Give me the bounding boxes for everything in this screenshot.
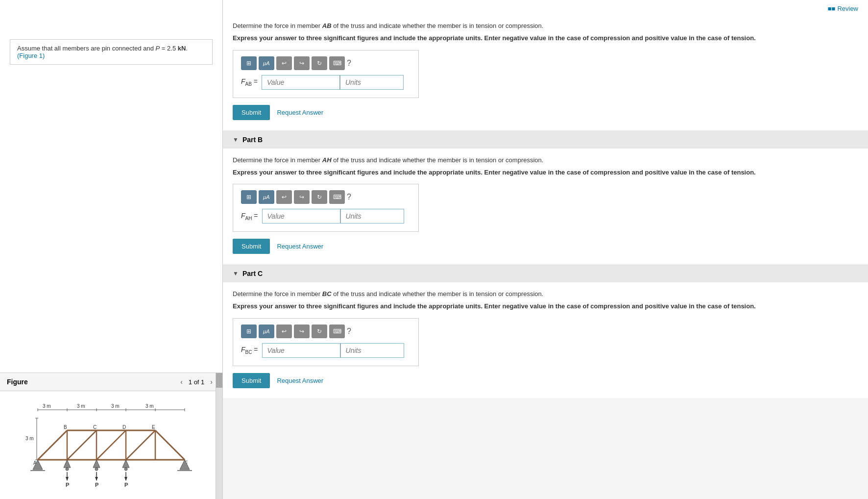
svg-marker-49	[95, 477, 98, 481]
figure-prev-button[interactable]: ‹	[177, 377, 186, 387]
part-a-keyboard-btn[interactable]: ⌨	[329, 56, 345, 70]
right-panel: ■■ Review Determine the force in member …	[223, 0, 868, 499]
part-a-input-row: FAB =	[241, 75, 410, 90]
part-b-keyboard-btn[interactable]: ⌨	[329, 190, 345, 204]
figure-scrollbar[interactable]	[216, 373, 222, 499]
part-c-label: Part C	[242, 270, 263, 277]
part-a-section: Determine the force in member AB of the …	[223, 14, 868, 130]
part-b-actions: Submit Request Answer	[233, 239, 858, 254]
svg-marker-50	[124, 477, 127, 481]
part-b-grid-btn[interactable]: ⊞	[241, 190, 257, 204]
truss-diagram: 3 m 3 m 3 m 3 m 3 m	[18, 401, 204, 489]
part-c-help-btn[interactable]: ?	[347, 327, 351, 336]
figure-next-button[interactable]: ›	[207, 377, 216, 387]
part-c-redo-btn[interactable]: ↪	[294, 324, 310, 338]
svg-marker-48	[66, 477, 69, 481]
svg-text:B: B	[64, 424, 67, 430]
part-c-section: ▼ Part C Determine the force in member B…	[223, 265, 868, 398]
part-c-instructions: Express your answer to three significant…	[233, 301, 858, 311]
part-b-content: Determine the force in member AH of the …	[223, 149, 868, 264]
part-b-toolbar: ⊞ μA ↩ ↪ ↻ ⌨ ?	[241, 190, 410, 204]
part-a-text-btn[interactable]: μA	[259, 56, 274, 70]
part-a-redo-btn[interactable]: ↪	[294, 56, 310, 70]
part-b-answer-box: ⊞ μA ↩ ↪ ↻ ⌨ ? FAH =	[233, 184, 419, 232]
figure-pagination: 1 of 1	[189, 378, 205, 386]
part-c-description: Determine the force in member BC of the …	[233, 290, 858, 298]
part-c-answer-box: ⊞ μA ↩ ↪ ↻ ⌨ ? FBC =	[233, 318, 419, 366]
svg-text:P: P	[95, 482, 98, 488]
part-a-value-input[interactable]	[262, 75, 340, 90]
part-a-toolbar: ⊞ μA ↩ ↪ ↻ ⌨ ?	[241, 56, 410, 70]
part-c-request-answer[interactable]: Request Answer	[277, 377, 323, 384]
part-a-grid-btn[interactable]: ⊞	[241, 56, 257, 70]
part-b-help-btn[interactable]: ?	[347, 193, 351, 201]
left-panel: Assume that all members are pin connecte…	[0, 0, 223, 499]
svg-marker-43	[180, 460, 190, 470]
part-a-actions: Submit Request Answer	[233, 105, 858, 120]
part-b-instructions: Express your answer to three significant…	[233, 168, 858, 177]
svg-point-38	[66, 468, 69, 471]
part-c-member: BC	[322, 290, 332, 298]
part-c-text-btn[interactable]: μA	[259, 324, 274, 338]
svg-text:P: P	[66, 482, 69, 488]
part-a-undo-btn[interactable]: ↩	[276, 56, 292, 70]
review-link[interactable]: ■■ Review	[828, 5, 858, 12]
figure-header: Figure ‹ 1 of 1 ›	[0, 373, 222, 391]
part-c-submit-btn[interactable]: Submit	[233, 373, 270, 388]
part-c-toolbar: ⊞ μA ↩ ↪ ↻ ⌨ ?	[241, 324, 410, 338]
part-a-answer-box: ⊞ μA ↩ ↪ ↻ ⌨ ? FAB =	[233, 50, 419, 98]
svg-text:3 m: 3 m	[111, 403, 120, 409]
part-c-header[interactable]: ▼ Part C	[223, 265, 868, 282]
review-icon: ■■	[828, 5, 836, 12]
part-a-units-input[interactable]	[340, 75, 404, 90]
svg-text:C: C	[93, 424, 96, 430]
part-c-input-row: FBC =	[241, 343, 410, 358]
figure-section: Figure ‹ 1 of 1 › 3 m 3 m 3 m 3 m	[0, 373, 222, 499]
part-c-value-input[interactable]	[262, 343, 340, 358]
svg-line-23	[67, 430, 96, 460]
svg-text:P: P	[124, 482, 128, 488]
part-b-units-input[interactable]	[340, 209, 404, 224]
part-b-request-answer[interactable]: Request Answer	[277, 243, 323, 250]
part-a-input-label: FAB =	[241, 77, 258, 87]
figure-link[interactable]: (Figure 1)	[17, 52, 45, 59]
part-b-redo-btn[interactable]: ↪	[294, 190, 310, 204]
figure-title: Figure	[7, 378, 28, 386]
part-a-help-btn[interactable]: ?	[347, 59, 351, 68]
part-b-input-label: FAH =	[241, 212, 258, 221]
review-label[interactable]: Review	[837, 5, 858, 12]
part-b-input-row: FAH =	[241, 209, 410, 224]
part-b-text-btn[interactable]: μA	[259, 190, 274, 204]
part-c-units-input[interactable]	[340, 343, 404, 358]
part-b-label: Part B	[242, 136, 263, 144]
part-c-grid-btn[interactable]: ⊞	[241, 324, 257, 338]
part-b-chevron: ▼	[233, 136, 239, 143]
part-b-undo-btn[interactable]: ↩	[276, 190, 292, 204]
part-b-member: AH	[322, 156, 332, 164]
part-b-value-input[interactable]	[262, 209, 340, 224]
svg-text:3 m: 3 m	[145, 403, 154, 409]
part-a-request-answer[interactable]: Request Answer	[277, 109, 323, 116]
svg-point-40	[95, 468, 98, 471]
part-b-submit-btn[interactable]: Submit	[233, 239, 270, 254]
part-c-undo-btn[interactable]: ↩	[276, 324, 292, 338]
part-a-member: AB	[322, 22, 332, 29]
part-a-instructions: Express your answer to three significant…	[233, 33, 858, 43]
figure-scroll-thumb[interactable]	[216, 373, 222, 388]
svg-text:3 m: 3 m	[77, 403, 85, 409]
svg-line-25	[126, 430, 155, 460]
part-b-header[interactable]: ▼ Part B	[223, 131, 868, 149]
part-a-description: Determine the force in member AB of the …	[233, 22, 858, 29]
svg-text:3 m: 3 m	[43, 403, 51, 409]
part-a-submit-btn[interactable]: Submit	[233, 105, 270, 120]
part-b-description: Determine the force in member AH of the …	[233, 156, 858, 164]
part-b-refresh-btn[interactable]: ↻	[312, 190, 327, 204]
part-c-chevron: ▼	[233, 270, 239, 277]
svg-point-42	[124, 468, 127, 471]
assumption-box: Assume that all members are pin connecte…	[10, 39, 213, 65]
figure-canvas: 3 m 3 m 3 m 3 m 3 m	[0, 391, 222, 499]
part-a-refresh-btn[interactable]: ↻	[312, 56, 327, 70]
part-c-content: Determine the force in member BC of the …	[223, 282, 868, 398]
part-c-keyboard-btn[interactable]: ⌨	[329, 324, 345, 338]
part-c-refresh-btn[interactable]: ↻	[312, 324, 327, 338]
